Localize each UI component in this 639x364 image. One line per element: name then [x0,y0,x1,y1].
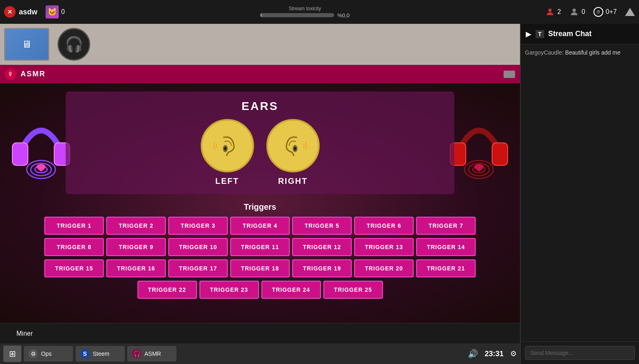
trigger-button-18[interactable]: TRIGGER 18 [230,259,290,277]
taskbar-steem[interactable]: S Steem [76,346,125,362]
bottom-bar: Miner [0,323,520,343]
trigger-row-3: TRIGGER 15 TRIGGER 16 TRIGGER 17 TRIGGER… [44,259,476,277]
left-ear-button[interactable]: LEFT [201,119,254,186]
app-name-section: ✕ asdw [4,6,37,18]
trigger-button-19[interactable]: TRIGGER 19 [292,259,352,277]
trigger-button-7[interactable]: TRIGGER 7 [416,217,476,235]
trigger-button-13[interactable]: TRIGGER 13 [354,238,414,256]
main-area: 🖥 🎧 🎙 ASMR [0,24,639,364]
left-ear-circle [201,119,254,172]
svg-point-0 [548,9,552,12]
viewer-stat: 2 [545,7,561,17]
ops-icon: ⚙ [29,349,38,358]
volume-icon[interactable]: 🔊 [468,349,478,359]
ears-title: EARS [242,100,279,113]
trigger-button-17[interactable]: TRIGGER 17 [168,259,228,277]
svg-rect-14 [492,143,508,165]
miner-label: Miner [16,330,33,337]
taskbar: ⊞ ⚙ Ops S Steem 🎧 ASMR 🔊 23:31 ⚙ [0,343,520,364]
right-headphone-icon [446,102,512,184]
taskbar-start-button[interactable]: ⊞ [3,346,21,362]
minimize-button[interactable] [504,71,515,78]
right-ear-circle [266,119,320,172]
steem-icon: S [80,349,89,358]
left-ear-label: LEFT [215,176,239,186]
ears-section: EARS [66,92,454,194]
svg-point-12 [294,147,296,151]
mic-icon: 🎙 [5,69,16,80]
toxicity-pct: %0,0 [337,12,350,18]
no-icon: ✕ [4,6,16,18]
trigger-button-24[interactable]: TRIGGER 24 [261,281,321,299]
timer-value: 0+7 [606,8,617,16]
clock: 23:31 [485,350,504,358]
stream-area: 🖥 🎧 🎙 ASMR [0,24,520,364]
trigger-button-6[interactable]: TRIGGER 6 [354,217,414,235]
trigger-button-25[interactable]: TRIGGER 25 [323,281,383,299]
asmr-titlebar: 🎙 ASMR [0,65,520,83]
triggers-grid: TRIGGER 1 TRIGGER 2 TRIGGER 3 TRIGGER 4 … [44,217,476,299]
toxicity-bar [260,13,334,17]
trigger-button-22[interactable]: TRIGGER 22 [137,281,197,299]
svg-point-9 [224,147,227,151]
trigger-button-14[interactable]: TRIGGER 14 [416,238,476,256]
stream-chat-panel: ▶ T Stream Chat GargoyCaudle: Beautiful … [520,24,639,364]
timer-stat: ⏱ 0+7 [593,7,617,17]
anon-count: 0 [582,8,585,16]
taskbar-ops-label: Ops [41,350,52,357]
triggers-title: Triggers [244,202,276,212]
chat-username: GargoyCaudle [525,49,562,56]
taskbar-asmr[interactable]: 🎧 ASMR [127,346,176,362]
taskbar-right: 🔊 23:31 ⚙ [468,349,517,359]
trigger-button-2[interactable]: TRIGGER 2 [106,217,166,235]
trigger-button-9[interactable]: TRIGGER 9 [106,238,166,256]
settings-icon[interactable]: ⚙ [510,349,517,358]
cat-avatar: 🐱 [46,5,59,18]
ears-row: LEFT [201,119,320,186]
anon-icon [569,7,579,17]
trigger-button-3[interactable]: TRIGGER 3 [168,217,228,235]
toxicity-bar-wrap: %0,0 [260,12,350,18]
person-icon [545,7,555,17]
headphone-thumbnail: 🎧 [57,28,90,61]
cat-section: 🐱 0 [46,5,65,18]
left-headphone-icon [8,102,74,184]
right-ear-button[interactable]: RIGHT [266,119,320,186]
taskbar-ops[interactable]: ⚙ Ops [24,346,73,362]
collapse-button[interactable] [625,8,635,16]
chat-messages: GargoyCaudle: Beautiful girls add me [521,44,639,341]
monitor-thumbnail: 🖥 [4,28,49,61]
trigger-button-20[interactable]: TRIGGER 20 [354,259,414,277]
trigger-row-1: TRIGGER 1 TRIGGER 2 TRIGGER 3 TRIGGER 4 … [44,217,476,235]
asmr-content: EARS [0,83,520,323]
trigger-button-16[interactable]: TRIGGER 16 [106,259,166,277]
trigger-button-21[interactable]: TRIGGER 21 [416,259,476,277]
chat-input[interactable] [525,346,635,360]
trigger-button-8[interactable]: TRIGGER 8 [44,238,104,256]
trigger-button-4[interactable]: TRIGGER 4 [230,217,290,235]
chat-message-item: GargoyCaudle: Beautiful girls add me [525,48,635,57]
asmr-taskbar-icon: 🎧 [132,349,141,358]
cat-count: 0 [61,8,65,16]
trigger-button-12[interactable]: TRIGGER 12 [292,238,352,256]
trigger-button-11[interactable]: TRIGGER 11 [230,238,290,256]
triggers-section: Triggers TRIGGER 1 TRIGGER 2 TRIGGER 3 T… [8,202,512,299]
taskbar-asmr-label: ASMR [144,350,161,357]
trigger-button-5[interactable]: TRIGGER 5 [292,217,352,235]
toxicity-section: Stream toxicity %0,0 [73,6,537,18]
trigger-button-23[interactable]: TRIGGER 23 [199,281,259,299]
trigger-button-10[interactable]: TRIGGER 10 [168,238,228,256]
asmr-panel: 🎙 ASMR [0,65,520,323]
viewer-count: 2 [557,8,561,16]
trigger-button-15[interactable]: TRIGGER 15 [44,259,104,277]
svg-rect-2 [12,143,28,165]
trigger-row-4: TRIGGER 22 TRIGGER 23 TRIGGER 24 TRIGGER… [137,281,383,299]
top-bar: ✕ asdw 🐱 0 Stream toxicity %0,0 2 0 ⏱ 0+… [0,0,639,24]
toxicity-fill [260,13,262,17]
chat-header: ▶ T Stream Chat [521,24,639,44]
anon-stat: 0 [569,7,585,17]
chat-input-wrap [521,341,639,364]
trigger-button-1[interactable]: TRIGGER 1 [44,217,104,235]
timer-icon: ⏱ [593,7,603,17]
t-badge: T [536,30,544,38]
